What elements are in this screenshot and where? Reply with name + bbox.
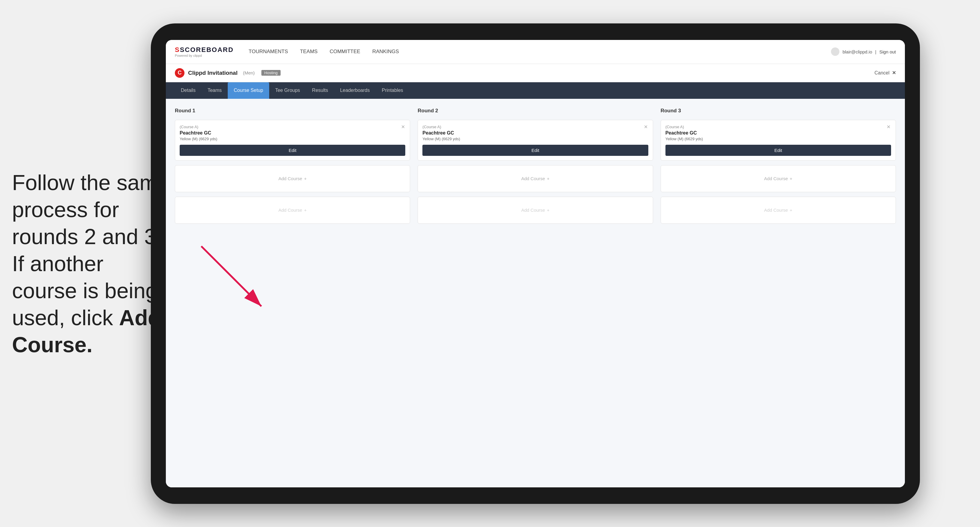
round-2-plus-icon-1: + bbox=[547, 176, 549, 181]
rounds-grid: Round 1 ✕ (Course A) Peachtree GC Yellow… bbox=[175, 108, 896, 224]
round-3-course-card: ✕ (Course A) Peachtree GC Yellow (M) (66… bbox=[661, 120, 896, 161]
round-2-course-name: Peachtree GC bbox=[422, 130, 648, 136]
tablet-frame: SSCOREBOARD Powered by clippd TOURNAMENT… bbox=[151, 24, 920, 504]
tournament-header: C Clippd Invitational (Men) Hosting Canc… bbox=[166, 64, 905, 82]
round-1-course-card: ✕ (Course A) Peachtree GC Yellow (M) (66… bbox=[175, 120, 410, 161]
main-content: Round 1 ✕ (Course A) Peachtree GC Yellow… bbox=[166, 99, 905, 487]
tab-details[interactable]: Details bbox=[175, 82, 202, 99]
round-2-course-details: Yellow (M) (6629 yds) bbox=[422, 137, 648, 141]
tab-bar: Details Teams Course Setup Tee Groups Re… bbox=[166, 82, 905, 99]
round-3-delete-icon[interactable]: ✕ bbox=[885, 124, 892, 130]
round-1-plus-icon-2: + bbox=[304, 208, 307, 213]
round-2-plus-icon-2: + bbox=[547, 208, 549, 213]
instruction-text: Follow the same process for rounds 2 and… bbox=[12, 171, 169, 357]
round-3-add-course-text-1: Add Course + bbox=[764, 176, 792, 181]
logo-subtitle: Powered by clippd bbox=[175, 54, 234, 57]
top-nav: SSCOREBOARD Powered by clippd TOURNAMENT… bbox=[166, 40, 905, 64]
round-3-plus-icon-2: + bbox=[790, 208, 792, 213]
round-2-course-label: (Course A) bbox=[422, 125, 648, 129]
cancel-x-icon: ✕ bbox=[892, 70, 896, 75]
cancel-button[interactable]: Cancel ✕ bbox=[875, 70, 896, 75]
round-3-plus-icon-1: + bbox=[790, 176, 792, 181]
nav-rankings[interactable]: RANKINGS bbox=[372, 47, 399, 56]
round-1-course-label: (Course A) bbox=[180, 125, 405, 129]
round-1-add-course-text-2: Add Course + bbox=[278, 208, 307, 213]
round-1-title: Round 1 bbox=[175, 108, 410, 114]
pipe-divider: | bbox=[875, 49, 877, 54]
round-3-course-name: Peachtree GC bbox=[665, 130, 891, 136]
tablet-screen: SSCOREBOARD Powered by clippd TOURNAMENT… bbox=[166, 40, 905, 487]
round-2-title: Round 2 bbox=[418, 108, 653, 114]
round-2-delete-icon[interactable]: ✕ bbox=[643, 124, 649, 130]
clippd-logo: C bbox=[175, 68, 185, 78]
round-2-add-course-2: Add Course + bbox=[418, 197, 653, 224]
tab-printables[interactable]: Printables bbox=[376, 82, 409, 99]
cancel-area: Cancel ✕ bbox=[875, 70, 896, 76]
round-1-add-course-text-1: Add Course + bbox=[278, 176, 307, 181]
tournament-name: Clippd Invitational bbox=[188, 70, 238, 76]
nav-right: blair@clippd.io | Sign out bbox=[831, 48, 896, 56]
nav-tournaments[interactable]: TOURNAMENTS bbox=[249, 47, 288, 56]
round-1-column: Round 1 ✕ (Course A) Peachtree GC Yellow… bbox=[175, 108, 410, 224]
round-3-course-label: (Course A) bbox=[665, 125, 891, 129]
round-1-edit-button[interactable]: Edit bbox=[180, 145, 405, 156]
user-avatar bbox=[831, 48, 839, 56]
user-email: blair@clippd.io bbox=[842, 49, 872, 54]
nav-committee[interactable]: COMMITTEE bbox=[329, 47, 360, 56]
round-3-add-course-1[interactable]: Add Course + bbox=[661, 165, 896, 192]
round-3-column: Round 3 ✕ (Course A) Peachtree GC Yellow… bbox=[661, 108, 896, 224]
tournament-type: (Men) bbox=[243, 70, 255, 75]
round-1-course-name: Peachtree GC bbox=[180, 130, 405, 136]
add-course-emphasis: Add Course. bbox=[12, 306, 161, 357]
round-3-edit-button[interactable]: Edit bbox=[665, 145, 891, 156]
round-3-add-course-text-2: Add Course + bbox=[764, 208, 792, 213]
nav-links: TOURNAMENTS TEAMS COMMITTEE RANKINGS bbox=[249, 47, 831, 56]
logo-scoreboard: SSCOREBOARD bbox=[175, 46, 234, 54]
round-2-add-course-text-1: Add Course + bbox=[521, 176, 549, 181]
tab-leaderboards[interactable]: Leaderboards bbox=[334, 82, 376, 99]
tab-course-setup[interactable]: Course Setup bbox=[228, 82, 269, 99]
tab-results[interactable]: Results bbox=[306, 82, 334, 99]
round-1-plus-icon-1: + bbox=[304, 176, 307, 181]
round-3-add-course-2: Add Course + bbox=[661, 197, 896, 224]
tournament-left: C Clippd Invitational (Men) Hosting bbox=[175, 68, 281, 78]
round-2-column: Round 2 ✕ (Course A) Peachtree GC Yellow… bbox=[418, 108, 653, 224]
round-1-add-course-1[interactable]: Add Course + bbox=[175, 165, 410, 192]
round-2-course-card: ✕ (Course A) Peachtree GC Yellow (M) (66… bbox=[418, 120, 653, 161]
nav-teams[interactable]: TEAMS bbox=[300, 47, 318, 56]
round-1-add-course-2: Add Course + bbox=[175, 197, 410, 224]
logo-area: SSCOREBOARD Powered by clippd bbox=[175, 46, 234, 57]
round-3-course-details: Yellow (M) (6629 yds) bbox=[665, 137, 891, 141]
tab-teams[interactable]: Teams bbox=[202, 82, 228, 99]
round-1-course-details: Yellow (M) (6629 yds) bbox=[180, 137, 405, 141]
round-2-add-course-1[interactable]: Add Course + bbox=[418, 165, 653, 192]
hosting-badge: Hosting bbox=[261, 70, 281, 76]
round-3-title: Round 3 bbox=[661, 108, 896, 114]
tab-tee-groups[interactable]: Tee Groups bbox=[269, 82, 306, 99]
round-2-add-course-text-2: Add Course + bbox=[521, 208, 549, 213]
sign-out-link[interactable]: Sign out bbox=[879, 49, 896, 54]
logo-c-letter: S bbox=[175, 46, 180, 54]
round-2-edit-button[interactable]: Edit bbox=[422, 145, 648, 156]
round-1-delete-icon[interactable]: ✕ bbox=[399, 124, 406, 130]
